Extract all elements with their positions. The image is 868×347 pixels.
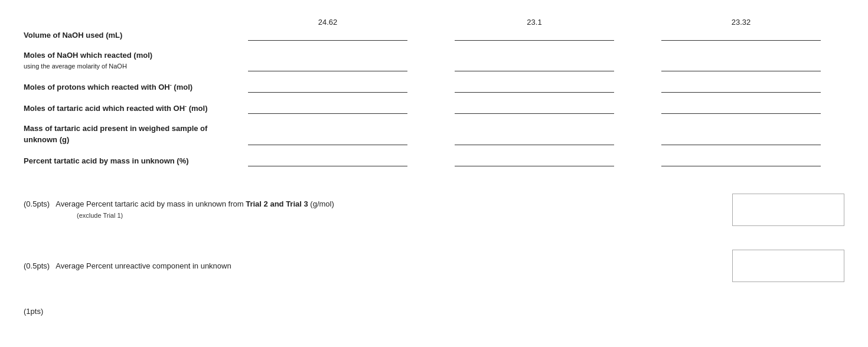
- label-percent-tartaric: Percent tartatic acid by mass in unknown…: [24, 156, 224, 166]
- trial3-percent-tartaric: [638, 155, 844, 166]
- onept-pts: (1pts): [24, 307, 43, 316]
- trial3-value: 23.32: [732, 18, 751, 27]
- trial1-underline: [248, 29, 407, 41]
- avg-unreactive-pts: (0.5pts): [24, 261, 50, 270]
- trial2-percent-tartaric: [431, 155, 638, 166]
- label-mass-tartaric: Mass of tartaric acid present in weighed…: [24, 123, 224, 145]
- trial3-moles-protons: [638, 81, 844, 93]
- trial2-mass-tartaric: [431, 133, 638, 145]
- avg-tartaric-pts: (0.5pts): [24, 199, 50, 208]
- row-moles-protons: Moles of protons which reacted with OH- …: [24, 75, 844, 96]
- trial1-naoh-volume: 24.62: [224, 18, 431, 41]
- bottom-questions: (0.5pts) Average Percent tartaric acid b…: [24, 188, 844, 323]
- label-moles-protons: Moles of protons which reacted with OH- …: [24, 81, 224, 93]
- trial1-moles-tartaric: [224, 102, 431, 114]
- trial1-moles-protons: [224, 81, 431, 93]
- label-moles-naoh: Moles of NaOH which reacted (mol) using …: [24, 50, 224, 71]
- trial3-blank: [661, 102, 821, 114]
- trial3-blank: [661, 60, 821, 71]
- trial2-blank: [455, 133, 614, 145]
- trial3-underline: [661, 29, 821, 41]
- trial3-blank: [661, 133, 821, 145]
- trial1-blank: [248, 81, 407, 93]
- bottom-row-avg-tartaric: (0.5pts) Average Percent tartaric acid b…: [24, 188, 844, 232]
- bottom-row-avg-unreactive: (0.5pts) Average Percent unreactive comp…: [24, 244, 844, 288]
- trial2-naoh-volume: 23.1: [431, 18, 638, 41]
- row-percent-tartaric: Percent tartatic acid by mass in unknown…: [24, 149, 844, 170]
- row-moles-tartaric: Moles of tartaric acid which reacted wit…: [24, 96, 844, 117]
- row-moles-naoh: Moles of NaOH which reacted (mol) using …: [24, 44, 844, 75]
- trial2-moles-naoh: [431, 60, 638, 71]
- trial1-mass-tartaric: [224, 133, 431, 145]
- trial1-blank: [248, 133, 407, 145]
- row-naoh-volume: Volume of NaOH used (mL) 24.62 23.1 23.3…: [24, 12, 844, 44]
- trial1-blank: [248, 102, 407, 114]
- onept-label: (1pts): [24, 306, 844, 317]
- trial3-naoh-volume: 23.32: [638, 18, 844, 41]
- label-naoh-volume: Volume of NaOH used (mL): [24, 30, 224, 41]
- trial2-underline: [455, 29, 614, 41]
- trial2-blank: [455, 81, 614, 93]
- trial3-blank: [661, 155, 821, 166]
- avg-unreactive-label: (0.5pts) Average Percent unreactive comp…: [24, 260, 732, 272]
- avg-tartaric-input[interactable]: [732, 194, 844, 226]
- trial2-moles-protons: [431, 81, 638, 93]
- trial1-blank: [248, 155, 407, 166]
- trial3-moles-tartaric: [638, 102, 844, 114]
- trial2-blank: [455, 60, 614, 71]
- trial2-value: 23.1: [527, 18, 541, 27]
- row-mass-tartaric: Mass of tartaric acid present in weighed…: [24, 117, 844, 148]
- trial3-mass-tartaric: [638, 133, 844, 145]
- trial1-moles-naoh: [224, 60, 431, 71]
- data-table: Volume of NaOH used (mL) 24.62 23.1 23.3…: [24, 12, 844, 170]
- trial1-value: 24.62: [318, 18, 338, 27]
- avg-tartaric-label: (0.5pts) Average Percent tartaric acid b…: [24, 198, 732, 221]
- trial2-moles-tartaric: [431, 102, 638, 114]
- bottom-row-onept: (1pts): [24, 300, 844, 323]
- trial1-percent-tartaric: [224, 155, 431, 166]
- avg-unreactive-input[interactable]: [732, 250, 844, 282]
- trial3-blank: [661, 81, 821, 93]
- trial2-blank: [455, 155, 614, 166]
- trial2-blank: [455, 102, 614, 114]
- avg-tartaric-subnote: (exclude Trial 1): [77, 212, 123, 219]
- trial1-blank: [248, 60, 407, 71]
- trial3-moles-naoh: [638, 60, 844, 71]
- label-moles-tartaric: Moles of tartaric acid which reacted wit…: [24, 103, 224, 114]
